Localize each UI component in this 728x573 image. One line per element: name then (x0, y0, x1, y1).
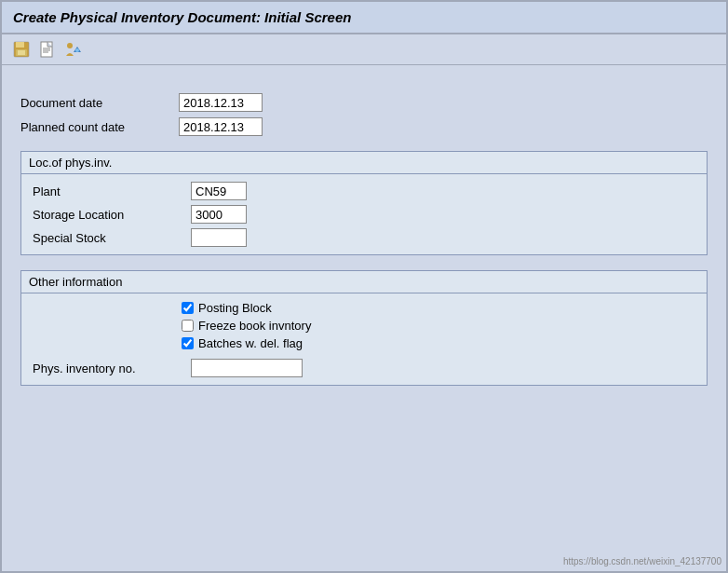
other-info-group-box: Other information Posting Block Freeze b… (20, 270, 708, 386)
batches-del-label: Batches w. del. flag (198, 336, 303, 350)
phys-inv-row: Phys. inventory no. (33, 359, 695, 377)
document-date-row: Document date (20, 93, 708, 112)
toolbar (2, 34, 726, 65)
batches-del-checkbox[interactable] (182, 337, 194, 349)
new-document-icon[interactable] (37, 39, 58, 60)
customize-icon[interactable] (63, 39, 84, 60)
svg-rect-3 (18, 50, 25, 55)
plant-row: Plant (33, 182, 695, 200)
phys-inv-no-label: Phys. inventory no. (33, 362, 182, 375)
storage-location-input[interactable] (191, 205, 247, 224)
other-info-content: Posting Block Freeze book invntory Batch… (21, 293, 707, 385)
phys-inv-no-input[interactable] (191, 359, 303, 377)
freeze-book-checkbox[interactable] (182, 320, 194, 332)
special-stock-label: Special Stock (33, 231, 182, 245)
planned-count-date-label: Planned count date (20, 120, 169, 134)
posting-block-label: Posting Block (198, 301, 272, 315)
title-bar: Create Physical Inventory Document: Init… (2, 2, 726, 34)
planned-count-date-row: Planned count date (20, 117, 708, 136)
plant-input[interactable] (191, 182, 247, 200)
svg-rect-4 (41, 42, 52, 57)
other-info-header: Other information (21, 271, 707, 293)
content-area: Document date Planned count date Loc.of … (2, 65, 726, 571)
main-container: Create Physical Inventory Document: Init… (0, 0, 728, 573)
date-section: Document date Planned count date (20, 93, 708, 136)
checkboxes-container: Posting Block Freeze book invntory Batch… (182, 301, 695, 350)
save-icon[interactable] (11, 39, 32, 60)
freeze-book-label: Freeze book invntory (198, 319, 311, 333)
special-stock-row: Special Stock (33, 228, 695, 247)
document-date-input[interactable] (179, 93, 263, 112)
svg-point-9 (75, 48, 79, 52)
posting-block-row: Posting Block (182, 301, 695, 315)
svg-point-8 (67, 43, 73, 48)
loc-group-header: Loc.of phys.inv. (21, 152, 707, 174)
plant-label: Plant (33, 184, 182, 198)
freeze-book-row: Freeze book invntory (182, 319, 695, 333)
storage-location-label: Storage Location (33, 208, 182, 222)
storage-location-row: Storage Location (33, 205, 695, 224)
loc-group-content: Plant Storage Location Special Stock (21, 174, 707, 254)
batches-del-row: Batches w. del. flag (182, 336, 695, 350)
posting-block-checkbox[interactable] (182, 302, 194, 314)
planned-count-date-input[interactable] (179, 117, 263, 136)
special-stock-input[interactable] (191, 228, 247, 247)
loc-group-box: Loc.of phys.inv. Plant Storage Location … (20, 151, 708, 255)
document-date-label: Document date (20, 96, 169, 110)
svg-rect-1 (16, 42, 24, 48)
page-title: Create Physical Inventory Document: Init… (13, 9, 715, 25)
watermark: https://blog.csdn.net/weixin_42137700 (563, 556, 721, 566)
